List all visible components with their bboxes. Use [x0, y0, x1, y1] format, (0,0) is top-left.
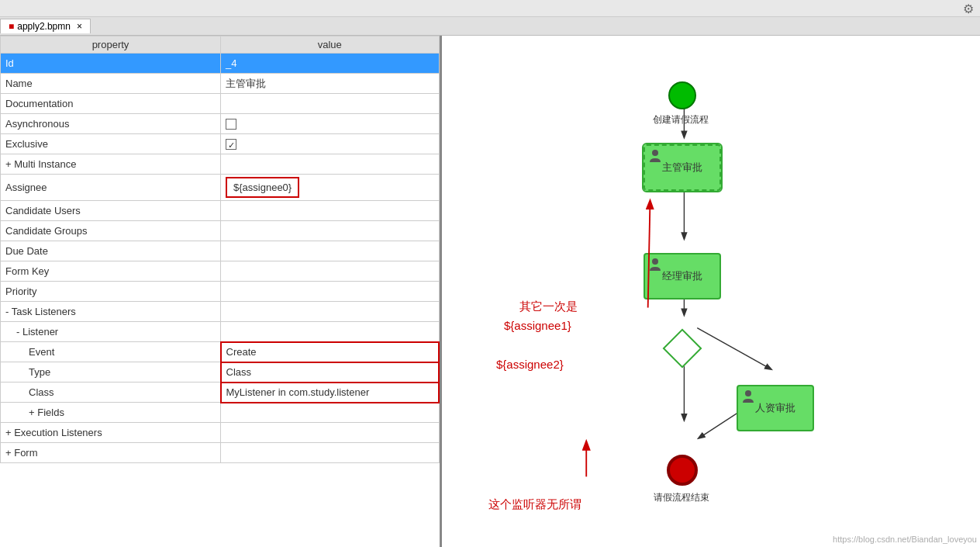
- annotation-assignee1-line1: 其它一次是: [519, 299, 578, 314]
- table-row[interactable]: ClassMyListener in com.study.listener: [1, 383, 440, 403]
- annotation-assignee2: ${assignee2}: [496, 358, 564, 371]
- value-cell: MyListener in com.study.listener: [221, 383, 440, 403]
- table-row[interactable]: Form Key: [1, 261, 440, 282]
- table-row[interactable]: Documentation: [1, 94, 440, 114]
- value-cell: [221, 94, 440, 114]
- property-cell: Class: [1, 383, 221, 403]
- value-cell: [221, 154, 440, 175]
- property-cell: + Form: [1, 443, 221, 463]
- property-cell: - Task Listeners: [1, 302, 221, 322]
- property-cell: Id: [1, 54, 221, 74]
- col-header-property: property: [1, 36, 221, 54]
- task3-icon: [741, 389, 755, 403]
- property-cell: Exclusive: [1, 134, 221, 154]
- property-cell: Priority: [1, 282, 221, 302]
- value-cell: Class: [221, 362, 440, 383]
- svg-point-7: [652, 258, 658, 265]
- bpmn-tab[interactable]: ■ apply2.bpmn ×: [0, 19, 91, 33]
- property-cell: Type: [1, 362, 221, 383]
- table-row[interactable]: + Form: [1, 443, 440, 463]
- end-label: 请假流程结束: [639, 491, 724, 504]
- tab-bar: ■ apply2.bpmn ×: [0, 17, 980, 36]
- table-row[interactable]: + Fields: [1, 403, 440, 423]
- table-row[interactable]: + Execution Listeners: [1, 423, 440, 443]
- table-row[interactable]: Candidate Users: [1, 201, 440, 221]
- value-cell: [221, 241, 440, 261]
- value-cell: [221, 282, 440, 302]
- table-row[interactable]: Priority: [1, 282, 440, 302]
- table-row[interactable]: TypeClass: [1, 362, 440, 383]
- gateway-node[interactable]: [663, 329, 702, 369]
- checkbox-empty[interactable]: [226, 119, 236, 130]
- table-row[interactable]: + Multi Instance: [1, 154, 440, 175]
- task2-icon: [648, 258, 662, 272]
- diagram-panel: 创建请假流程 主管审批 经理审批: [442, 36, 980, 547]
- table-row[interactable]: Exclusive: [1, 134, 440, 154]
- property-cell: + Multi Instance: [1, 154, 221, 175]
- table-row[interactable]: Due Date: [1, 241, 440, 261]
- property-cell: Asynchronous: [1, 114, 221, 134]
- value-cell: 主管审批: [221, 74, 440, 94]
- task1-icon: [648, 149, 662, 163]
- value-cell: [221, 261, 440, 282]
- gear-icon[interactable]: ⚙: [963, 2, 974, 16]
- value-cell: ${assignee0}: [221, 175, 440, 201]
- table-row[interactable]: Candidate Groups: [1, 221, 440, 241]
- task1-node[interactable]: 主管审批: [644, 144, 721, 191]
- value-cell: [221, 423, 440, 443]
- start-label: 创建请假流程: [642, 113, 719, 126]
- value-cell: [221, 443, 440, 463]
- table-row[interactable]: - Task Listeners: [1, 302, 440, 322]
- properties-panel: property value Id_4Name主管审批Documentation…: [0, 36, 442, 547]
- col-header-value: value: [221, 36, 440, 54]
- value-cell: [221, 302, 440, 322]
- task3-node[interactable]: 人资审批: [737, 385, 814, 431]
- property-cell: + Fields: [1, 403, 221, 423]
- property-cell: Form Key: [1, 261, 221, 282]
- table-row[interactable]: Id_4: [1, 54, 440, 74]
- property-cell: Name: [1, 74, 221, 94]
- property-cell: - Listener: [1, 322, 221, 342]
- svg-point-6: [652, 150, 658, 156]
- value-cell: [221, 114, 440, 134]
- property-cell: Due Date: [1, 241, 221, 261]
- value-cell: [221, 403, 440, 423]
- svg-line-4: [697, 328, 771, 369]
- table-row[interactable]: Name主管审批: [1, 74, 440, 94]
- watermark: https://blog.csdn.net/Biandan_loveyou: [833, 535, 977, 544]
- value-cell: _4: [221, 54, 440, 74]
- table-row[interactable]: Asynchronous: [1, 114, 440, 134]
- annotation-assignee1-line2: ${assignee1}: [504, 319, 571, 332]
- checkbox-checked[interactable]: [226, 139, 236, 150]
- property-cell: Candidate Groups: [1, 221, 221, 241]
- task3-label: 人资审批: [755, 401, 795, 415]
- table-row[interactable]: - Listener: [1, 322, 440, 342]
- diagram-canvas: 创建请假流程 主管审批 经理审批: [442, 36, 980, 547]
- start-node[interactable]: [668, 81, 696, 109]
- task2-node[interactable]: 经理审批: [644, 253, 721, 299]
- value-cell: [221, 201, 440, 221]
- assignee-value-highlight: ${assignee0}: [226, 177, 299, 198]
- bpmn-tab-close[interactable]: ×: [77, 21, 82, 32]
- svg-point-8: [745, 390, 751, 396]
- task2-label: 经理审批: [662, 269, 702, 283]
- value-cell: [221, 322, 440, 342]
- bpmn-tab-label: apply2.bpmn: [17, 21, 71, 32]
- top-bar: ⚙: [0, 0, 980, 17]
- property-cell: Event: [1, 342, 221, 362]
- property-cell: Documentation: [1, 94, 221, 114]
- annotation-listener: 这个监听器无所谓: [488, 497, 581, 512]
- value-cell: Create: [221, 342, 440, 362]
- task1-label: 主管审批: [662, 161, 702, 175]
- value-cell: [221, 221, 440, 241]
- value-cell: [221, 134, 440, 154]
- bpmn-tab-icon: ■: [9, 21, 14, 32]
- main-area: property value Id_4Name主管审批Documentation…: [0, 36, 980, 547]
- table-row[interactable]: EventCreate: [1, 342, 440, 362]
- properties-table: property value Id_4Name主管审批Documentation…: [0, 36, 440, 463]
- end-node[interactable]: [667, 455, 698, 486]
- property-cell: + Execution Listeners: [1, 423, 221, 443]
- property-cell: Candidate Users: [1, 201, 221, 221]
- table-row[interactable]: Assignee${assignee0}: [1, 175, 440, 201]
- property-cell: Assignee: [1, 175, 221, 201]
